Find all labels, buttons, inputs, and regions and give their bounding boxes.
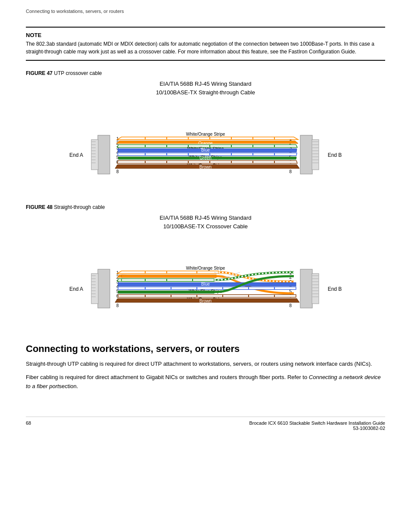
figure47-label: FIGURE 47 UTP crossover cable (26, 70, 385, 76)
svg-text:8: 8 (116, 303, 119, 308)
note-box: NOTE The 802.3ab standard (automatic MDI… (26, 27, 385, 61)
svg-text:Brown: Brown (199, 165, 212, 169)
svg-text:8: 8 (289, 169, 292, 174)
svg-text:Blue: Blue (201, 148, 210, 152)
svg-rect-128 (121, 279, 214, 281)
svg-rect-126 (121, 275, 216, 277)
svg-rect-93 (300, 269, 312, 308)
body-para2-end: section. (59, 383, 78, 389)
svg-text:8: 8 (116, 169, 119, 174)
svg-rect-83 (91, 274, 98, 304)
svg-text:Blue: Blue (201, 282, 210, 286)
svg-rect-142 (118, 291, 214, 293)
figure48-svg: End A End B 1 2 3 4 5 6 7 8 1 2 3 4 5 6 … (59, 236, 352, 330)
footer: 68 Brocade ICX 6610 Stackable Switch Har… (26, 417, 385, 431)
footer-right: Brocade ICX 6610 Stackable Switch Hardwa… (249, 420, 385, 431)
svg-rect-12 (312, 140, 319, 170)
svg-marker-121 (117, 271, 218, 274)
svg-rect-0 (98, 135, 110, 174)
footer-docnum: 53-1003082-02 (249, 426, 385, 431)
figure48-title: EIA/TIA 568B RJ-45 Wiring Standard 10/10… (159, 214, 251, 230)
svg-rect-1 (91, 140, 98, 170)
figure47-title: EIA/TIA 568B RJ-45 Wiring Standard 10/10… (156, 80, 255, 96)
svg-text:Green: Green (199, 156, 212, 160)
breadcrumb: Connecting to workstations, servers, or … (26, 9, 385, 14)
svg-rect-11 (300, 135, 312, 174)
note-text: The 802.3ab standard (automatic MDI or M… (26, 40, 385, 56)
body-para2-start: Fiber cabling is required for direct att… (26, 374, 309, 380)
svg-text:White/Orange Stripe: White/Orange Stripe (186, 132, 225, 137)
figure48-diagram: EIA/TIA 568B RJ-45 Wiring Standard 10/10… (26, 214, 385, 330)
note-title: NOTE (26, 32, 385, 38)
footer-page: 68 (26, 420, 31, 431)
section-heading: Connecting to workstations, servers, or … (26, 343, 385, 355)
figure48-label: FIGURE 48 Straight-through cable (26, 204, 385, 210)
svg-rect-82 (98, 269, 110, 308)
svg-text:White/Orange Stripe: White/Orange Stripe (186, 266, 225, 271)
svg-text:8: 8 (289, 303, 292, 308)
figure47-diagram: EIA/TIA 568B RJ-45 Wiring Standard 10/10… (26, 80, 385, 196)
svg-text:End A: End A (69, 286, 83, 292)
footer-title: Brocade ICX 6610 Stackable Switch Hardwa… (249, 420, 385, 426)
svg-rect-94 (312, 274, 319, 304)
svg-text:End B: End B (328, 286, 342, 292)
body-para2: Fiber cabling is required for direct att… (26, 373, 385, 391)
svg-text:Brown: Brown (199, 299, 212, 303)
body-para1: Straight-through UTP cabling is required… (26, 360, 385, 369)
svg-text:End A: End A (69, 152, 83, 158)
figure47-svg: End A End B 1 2 3 4 5 6 7 8 1 2 3 4 5 6 … (59, 102, 352, 196)
svg-text:End B: End B (328, 152, 342, 158)
svg-marker-38 (117, 137, 298, 140)
